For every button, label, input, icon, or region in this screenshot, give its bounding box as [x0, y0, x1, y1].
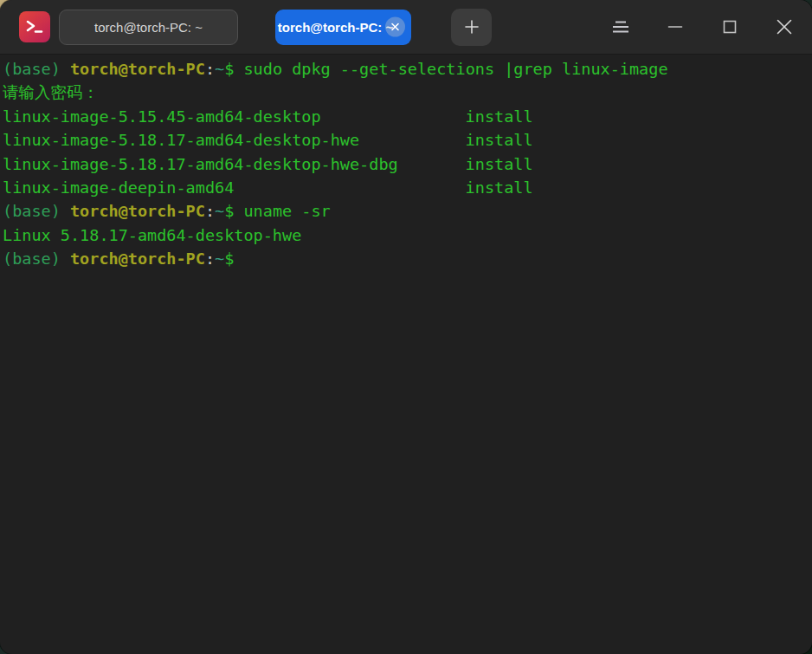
terminal-text-segment: ~ — [215, 202, 224, 220]
terminal-text-segment: Linux 5.18.17-amd64-desktop-hwe — [3, 226, 301, 244]
minimize-button[interactable] — [665, 16, 686, 37]
terminal-app-icon — [19, 11, 50, 42]
terminal-output[interactable]: (base) torch@torch-PC:~$ sudo dpkg --get… — [0, 55, 812, 271]
terminal-line: linux-image-5.15.45-amd64-desktop instal… — [3, 105, 812, 128]
new-tab-button[interactable] — [451, 9, 492, 46]
terminal-line: Linux 5.18.17-amd64-desktop-hwe — [3, 223, 812, 247]
terminal-text-segment: linux-image-deepin-amd64 install — [3, 178, 533, 197]
plus-icon — [463, 18, 480, 36]
terminal-text-segment: : — [205, 202, 215, 220]
close-icon — [390, 23, 400, 32]
terminal-line: (base) torch@torch-PC:~$ uname -sr — [3, 199, 812, 223]
terminal-text-segment: 请输入密码： — [3, 83, 99, 101]
window-controls — [610, 16, 795, 37]
tab-terminal-1[interactable]: torch@torch-PC: ~ — [59, 10, 238, 45]
terminal-line: linux-image-5.18.17-amd64-desktop-hwe in… — [3, 128, 812, 152]
terminal-line: (base) torch@torch-PC:~$ — [3, 247, 812, 270]
terminal-line: (base) torch@torch-PC:~$ sudo dpkg --get… — [3, 57, 812, 81]
menu-button[interactable] — [610, 16, 631, 37]
terminal-line: 请输入密码： — [3, 81, 812, 104]
terminal-text-segment: $ — [224, 202, 243, 220]
terminal-text-segment: ~ — [215, 249, 224, 268]
maximize-icon — [722, 19, 738, 35]
terminal-text-segment: linux-image-5.18.17-amd64-desktop-hwe-db… — [3, 155, 533, 173]
terminal-window: torch@torch-PC: ~ torch@torch-PC: ~ — [0, 0, 812, 654]
close-icon — [776, 18, 793, 36]
tab-close-button[interactable] — [385, 17, 405, 37]
terminal-line: linux-image-deepin-amd64 install — [3, 176, 812, 199]
tab-terminal-2-active[interactable]: torch@torch-PC: ~ — [275, 10, 411, 45]
terminal-text-segment: torch@torch-PC — [70, 60, 205, 78]
hamburger-menu-icon — [611, 19, 630, 35]
terminal-text-segment: linux-image-5.15.45-amd64-desktop instal… — [3, 107, 533, 126]
terminal-text-segment: ~ — [215, 60, 224, 78]
terminal-text-segment: linux-image-5.18.17-amd64-desktop-hwe in… — [3, 131, 533, 149]
terminal-text-segment: $ — [224, 249, 234, 268]
terminal-text-segment: (base) — [3, 202, 70, 220]
terminal-text-segment: : — [205, 60, 215, 78]
terminal-text-segment: (base) — [3, 60, 70, 78]
terminal-text-segment: : — [205, 249, 215, 268]
tab-label: torch@torch-PC: ~ — [278, 20, 393, 35]
tab-label: torch@torch-PC: ~ — [94, 20, 203, 35]
terminal-text-segment: torch@torch-PC — [70, 202, 205, 220]
minimize-icon — [667, 19, 683, 35]
titlebar[interactable]: torch@torch-PC: ~ torch@torch-PC: ~ — [0, 0, 812, 55]
terminal-line: linux-image-5.18.17-amd64-desktop-hwe-db… — [3, 152, 812, 176]
terminal-text-segment: uname -sr — [243, 202, 330, 220]
terminal-text-segment: (base) — [3, 249, 70, 268]
close-button[interactable] — [774, 16, 795, 37]
terminal-text-segment: torch@torch-PC — [70, 249, 205, 268]
terminal-text-segment: $ — [224, 60, 243, 78]
maximize-button[interactable] — [719, 16, 740, 37]
terminal-text-segment: sudo dpkg --get-selections |grep linux-i… — [243, 60, 667, 78]
terminal-icon — [25, 18, 44, 36]
